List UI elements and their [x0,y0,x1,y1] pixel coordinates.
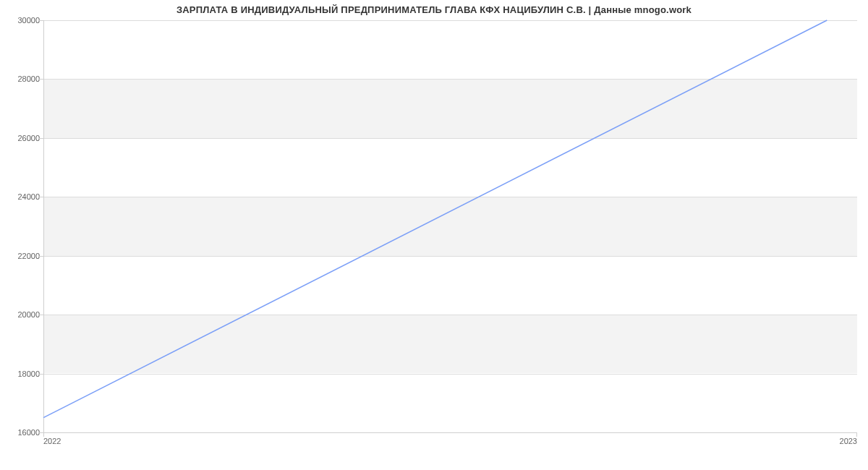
series-line [43,20,827,418]
y-tick-label: 24000 [4,192,40,201]
chart-title: ЗАРПЛАТА В ИНДИВИДУАЛЬНЫЙ ПРЕДПРИНИМАТЕЛ… [0,4,868,15]
y-tick-label: 22000 [4,252,40,260]
y-tick-label: 30000 [4,16,40,25]
y-tick-label: 26000 [4,134,40,142]
x-tick-label: 2023 [840,437,857,445]
y-tick-label: 16000 [4,428,40,437]
x-axis-line [43,432,857,433]
plot-area [43,20,857,432]
x-tick-label: 2022 [43,437,61,445]
salary-line-chart: ЗАРПЛАТА В ИНДИВИДУАЛЬНЫЙ ПРЕДПРИНИМАТЕЛ… [0,0,868,470]
y-tick-label: 18000 [4,369,40,378]
series-layer [43,20,857,432]
y-tick-label: 20000 [4,310,40,319]
y-tick-label: 28000 [4,74,40,83]
